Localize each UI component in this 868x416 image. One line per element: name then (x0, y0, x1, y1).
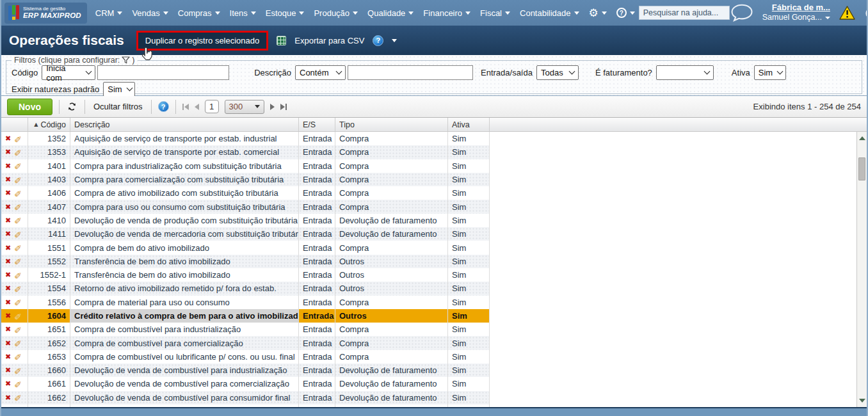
edit-icon[interactable]: ✎ (14, 134, 22, 144)
codigo-filter-input[interactable] (97, 65, 229, 80)
table-row-1552-1[interactable]: ✖ ✎ 1552-1 Transferência de bem do ativo… (1, 268, 490, 282)
edit-icon[interactable]: ✎ (14, 175, 22, 185)
title-help-icon[interactable]: ? (373, 35, 383, 46)
delete-icon[interactable]: ✖ (5, 325, 11, 333)
delete-icon[interactable]: ✖ (5, 339, 11, 348)
descricao-filter-input[interactable] (348, 65, 473, 80)
edit-icon[interactable]: ✎ (14, 256, 22, 266)
menu-item-vendas[interactable]: Vendas (132, 8, 168, 18)
current-page-input[interactable]: 1 (205, 100, 219, 113)
delete-icon[interactable]: ✖ (5, 394, 11, 402)
edit-icon[interactable]: ✎ (14, 324, 22, 335)
delete-icon[interactable]: ✖ (5, 244, 11, 252)
menu-item-financeiro[interactable]: Financeiro (423, 8, 470, 18)
last-page-button[interactable] (280, 104, 287, 110)
edit-icon[interactable]: ✎ (14, 147, 22, 157)
edit-icon[interactable]: ✎ (14, 392, 22, 403)
delete-icon[interactable]: ✖ (5, 271, 11, 279)
help-search-input[interactable] (639, 6, 730, 20)
table-row-1661[interactable]: ✖ ✎ 1661 Devolução de venda de combustív… (1, 377, 490, 390)
prev-page-button[interactable] (195, 104, 199, 110)
edit-icon[interactable]: ✎ (14, 406, 22, 407)
table-row-1411[interactable]: ✖ ✎ 1411 Devolução de venda de mercadori… (1, 227, 490, 241)
delete-icon[interactable]: ✖ (5, 216, 11, 225)
ativa-select[interactable]: Sim (754, 65, 786, 80)
delete-icon[interactable]: ✖ (5, 353, 11, 361)
edit-icon[interactable]: ✎ (14, 365, 22, 376)
delete-icon[interactable]: ✖ (5, 284, 11, 292)
menu-item-estoque[interactable]: Estoque (266, 8, 305, 18)
menu-item-fiscal[interactable]: Fiscal (480, 8, 510, 18)
edit-icon[interactable]: ✎ (14, 229, 22, 239)
delete-icon[interactable]: ✖ (5, 366, 11, 374)
table-row-1651[interactable]: ✖ ✎ 1651 Compra de combustível para indu… (1, 323, 490, 336)
edit-icon[interactable]: ✎ (14, 379, 22, 389)
toolbar-help-icon[interactable]: ? (158, 101, 169, 112)
delete-icon[interactable]: ✖ (5, 257, 11, 266)
naturezas-select[interactable]: Sim (103, 82, 135, 97)
next-page-button[interactable] (270, 104, 275, 110)
settings-menu[interactable]: ⚙ (589, 8, 607, 19)
delete-icon[interactable]: ✖ (5, 230, 11, 238)
column-header-codigo[interactable]: ▲ Código (28, 118, 70, 131)
table-row-1556[interactable]: ✖ ✎ 1556 Compra de material para uso ou … (1, 296, 490, 309)
delete-icon[interactable]: ✖ (5, 134, 11, 143)
new-button[interactable]: Novo (7, 99, 52, 115)
codigo-operator-select[interactable]: Inicia com (42, 65, 95, 80)
hide-filters-button[interactable]: Ocultar filtros (92, 102, 145, 111)
scrollbar-thumb[interactable] (858, 157, 865, 180)
warning-icon[interactable] (839, 5, 856, 20)
delete-icon[interactable]: ✖ (5, 162, 11, 170)
app-logo[interactable]: Sistema de gestão ERP MAXIPROD (4, 3, 87, 24)
edit-icon[interactable]: ✎ (14, 215, 22, 225)
menu-item-producao[interactable]: Produção (314, 8, 358, 18)
menu-item-contabilidade[interactable]: Contabilidade (520, 8, 579, 18)
export-csv-button[interactable]: Exportar para CSV (294, 36, 364, 45)
delete-icon[interactable]: ✖ (5, 298, 11, 307)
edit-icon[interactable]: ✎ (14, 311, 22, 321)
edit-icon[interactable]: ✎ (14, 338, 22, 348)
table-row-1551[interactable]: ✖ ✎ 1551 Compra de bem do ativo imobiliz… (1, 241, 490, 254)
column-header-tipo[interactable]: Tipo (335, 118, 448, 131)
edit-icon[interactable]: ✎ (14, 297, 22, 307)
table-row-1406[interactable]: ✖ ✎ 1406 Compra de ativo imobilizado com… (1, 186, 490, 200)
duplicate-record-button[interactable]: Duplicar o registro selecionado (136, 31, 268, 51)
menu-item-crm[interactable]: CRM (95, 8, 123, 18)
menu-item-compras[interactable]: Compras (178, 8, 220, 18)
first-page-button[interactable] (182, 104, 189, 110)
table-row-1552[interactable]: ✖ ✎ 1552 Transferência de bem do ativo i… (1, 255, 490, 268)
table-row-1662[interactable]: ✖ ✎ 1662 Devolução de venda de combustív… (1, 391, 490, 404)
chat-icon[interactable] (730, 3, 754, 22)
column-header-ativa[interactable]: Ativa (448, 118, 490, 131)
vertical-scrollbar[interactable] (856, 132, 867, 407)
delete-icon[interactable]: ✖ (5, 175, 11, 184)
delete-icon[interactable]: ✖ (5, 203, 11, 211)
page-size-select[interactable]: 300 (225, 100, 264, 114)
delete-icon[interactable]: ✖ (5, 189, 11, 197)
edit-icon[interactable]: ✎ (14, 161, 22, 171)
edit-icon[interactable]: ✎ (14, 188, 22, 198)
refresh-button[interactable] (66, 102, 78, 111)
table-row-1352[interactable]: ✖ ✎ 1352 Aquisição de serviço de transpo… (1, 132, 490, 145)
edit-icon[interactable]: ✎ (14, 270, 22, 280)
descricao-operator-select[interactable]: Contém (295, 65, 346, 80)
table-row-1604[interactable]: ✖ ✎ 1604 Crédito relativo à compra de be… (1, 309, 490, 323)
edit-icon[interactable]: ✎ (14, 284, 22, 294)
edit-icon[interactable]: ✎ (14, 243, 22, 253)
table-row-1353[interactable]: ✖ ✎ 1353 Aquisição de serviço de transpo… (1, 145, 490, 159)
help-menu[interactable]: ? (616, 8, 635, 18)
column-header-descricao[interactable]: Descrição (70, 118, 299, 131)
table-row-1410[interactable]: ✖ ✎ 1410 Devolução de venda de produção … (1, 214, 490, 227)
entrada-saida-select[interactable]: Todas (536, 65, 579, 80)
user-menu[interactable]: Samuel Gonça... (762, 13, 830, 23)
table-row-1653[interactable]: ✖ ✎ 1653 Compra de combustível ou lubrif… (1, 350, 490, 364)
table-row-1554[interactable]: ✖ ✎ 1554 Retorno de ativo imobilizado re… (1, 282, 490, 295)
power-icon[interactable] (864, 6, 868, 20)
delete-icon[interactable]: ✖ (5, 148, 11, 156)
table-row-1652[interactable]: ✖ ✎ 1652 Compra de combustível para come… (1, 336, 490, 349)
table-row-1660[interactable]: ✖ ✎ 1660 Devolução de venda de combustív… (1, 364, 490, 377)
delete-icon[interactable]: ✖ (5, 312, 11, 320)
table-row-1664[interactable]: ✖ ✎ 1664 Retorno de combustível remetido… (1, 404, 490, 407)
company-link[interactable]: Fábrica de m... (772, 3, 830, 13)
column-header-es[interactable]: E/S (299, 118, 335, 131)
